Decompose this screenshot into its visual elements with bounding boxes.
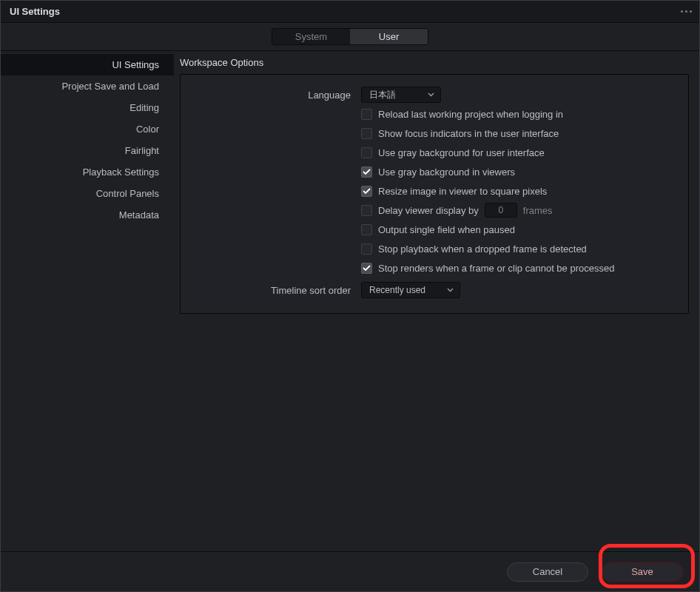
section-title: Workspace Options: [180, 57, 689, 68]
checkbox-label-single-field: Output single field when paused: [378, 224, 515, 235]
delay-label: Delay viewer display by: [378, 205, 479, 216]
language-select[interactable]: 日本語: [361, 87, 441, 103]
sidebar-item-color[interactable]: Color: [1, 118, 174, 140]
sidebar-item-editing[interactable]: Editing: [1, 97, 174, 118]
checkbox-label-reload-last: Reload last working project when logging…: [378, 109, 563, 120]
tab-system[interactable]: System: [272, 29, 350, 44]
checkbox-delay-viewer[interactable]: [361, 205, 372, 216]
language-label: Language: [198, 90, 361, 101]
more-icon[interactable]: [681, 10, 692, 13]
chevron-down-icon: [428, 92, 434, 97]
sidebar-item-ui-settings[interactable]: UI Settings: [1, 54, 174, 75]
sidebar-item-control-panels[interactable]: Control Panels: [1, 183, 174, 204]
main-area: UI SettingsProject Save and LoadEditingC…: [1, 51, 699, 551]
cancel-button[interactable]: Cancel: [507, 562, 588, 582]
sidebar: UI SettingsProject Save and LoadEditingC…: [1, 51, 174, 551]
checkbox-focus-indicators[interactable]: [361, 128, 372, 139]
footer: Cancel Save: [1, 551, 699, 591]
checkbox-label-stop-dropped: Stop playback when a dropped frame is de…: [378, 243, 587, 255]
timeline-sort-select[interactable]: Recently used: [361, 282, 460, 298]
titlebar: UI Settings: [1, 1, 699, 23]
sidebar-item-metadata[interactable]: Metadata: [1, 204, 174, 226]
checkbox-gray-ui[interactable]: [361, 147, 372, 158]
top-tabs: System User: [1, 23, 699, 51]
sidebar-item-fairlight[interactable]: Fairlight: [1, 140, 174, 161]
checkbox-label-gray-viewers: Use gray background in viewers: [378, 166, 515, 178]
window-title: UI Settings: [10, 6, 60, 17]
checkbox-gray-viewers[interactable]: [361, 166, 372, 178]
sidebar-item-project-save-load[interactable]: Project Save and Load: [1, 75, 174, 97]
language-select-value: 日本語: [369, 89, 396, 101]
sidebar-item-playback-settings[interactable]: Playback Settings: [1, 161, 174, 183]
checkbox-stop-renders[interactable]: [361, 263, 372, 274]
checkbox-single-field[interactable]: [361, 224, 372, 235]
checkbox-label-square-pixels: Resize image in viewer to square pixels: [378, 186, 547, 197]
delay-suffix: frames: [523, 205, 553, 216]
checkbox-stop-dropped[interactable]: [361, 243, 372, 255]
checkbox-label-focus-indicators: Show focus indicators in the user interf…: [378, 128, 559, 139]
checkbox-label-gray-ui: Use gray background for user interface: [378, 147, 545, 158]
save-button[interactable]: Save: [602, 562, 683, 582]
tab-user[interactable]: User: [350, 29, 428, 44]
checkbox-label-stop-renders: Stop renders when a frame or clip cannot…: [378, 263, 614, 274]
tab-segment: System User: [272, 28, 428, 45]
delay-frames-input[interactable]: 0: [485, 203, 517, 218]
timeline-sort-value: Recently used: [369, 285, 425, 295]
checkbox-reload-last[interactable]: [361, 109, 372, 120]
workspace-options-panel: Language 日本語 Reload last working project…: [180, 74, 689, 314]
chevron-down-icon: [447, 288, 454, 292]
sort-label: Timeline sort order: [198, 285, 361, 296]
checkbox-square-pixels[interactable]: [361, 186, 372, 197]
content: Workspace Options Language 日本語 Reload la…: [174, 51, 699, 551]
